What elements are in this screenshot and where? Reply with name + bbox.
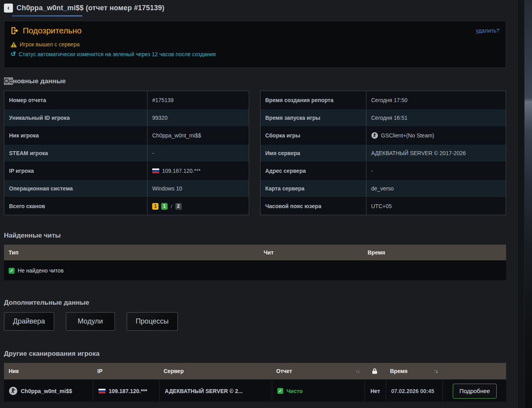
scrollbar[interactable] <box>517 0 525 408</box>
scan-locked: Нет <box>370 388 380 394</box>
selected-text: Ос <box>4 77 13 85</box>
column-header-report[interactable]: Отчет ↑↓ <box>271 368 364 374</box>
table-row: Часовой пояс юзера UTC+05 <box>261 197 506 215</box>
scan-status: Чисто <box>286 388 302 394</box>
other-scans-table: Ник IP Сервер Отчет ↑↓ Время ↑↓ <box>4 363 506 402</box>
scans-table-header: Ник IP Сервер Отчет ↑↓ Время ↑↓ <box>4 363 506 379</box>
row-label: Уникальный ID игрока <box>4 109 148 126</box>
scan-server: АДЕКВАТНЫЙ SERVER © 2... <box>165 388 243 394</box>
row-value: - <box>366 162 506 179</box>
main-content: ‹ Ch0ppa_w0nt_mi$$ (отчет номер #175139)… <box>0 0 517 402</box>
scan-ip: 109.187.120.*** <box>109 388 147 394</box>
scan-actions-cell: Подробнее <box>442 380 506 402</box>
sort-icon-time[interactable]: ↑↓ <box>434 368 437 374</box>
column-header-ip[interactable]: IP <box>93 368 159 374</box>
page-header: ‹ Ch0ppa_w0nt_mi$$ (отчет номер #175139) <box>0 0 517 13</box>
warning-icon <box>11 42 17 48</box>
status-panel: Подозрительно удалить? Игрок вышел с сер… <box>4 21 506 68</box>
table-row: Ник игрока Ch0ppa_w0nt_mi$$ <box>4 126 249 144</box>
cheats-empty-row: ✓ Не найдено читов <box>4 260 506 280</box>
other-scans-heading: Другие сканирования игрока <box>4 350 517 358</box>
page-title: Ch0ppa_w0nt_mi$$ (отчет номер #175139) <box>16 4 164 12</box>
scan-nick-cell: Ch0ppa_w0nt_mi$$ <box>4 380 93 402</box>
game-build-icon <box>371 132 378 139</box>
scan-ip-cell: 109.187.120.*** <box>93 380 159 402</box>
row-value: АДЕКВАТНЫЙ SERVER © 2017-2026 <box>366 145 506 162</box>
row-label: Часовой пояс юзера <box>261 198 366 215</box>
background-image-strip <box>525 0 532 408</box>
russia-flag-icon <box>152 168 159 173</box>
modules-button[interactable]: Модули <box>66 312 115 331</box>
row-label: IP игрока <box>4 162 148 179</box>
scan-row: Ch0ppa_w0nt_mi$$ 109.187.120.*** АДЕКВАТ… <box>4 379 506 402</box>
scan-count-badge-green[interactable]: 1 <box>161 203 168 210</box>
row-value: 109.187.120.*** <box>148 162 249 179</box>
extra-data-buttons: Драйвера Модули Процессы <box>4 312 513 331</box>
column-header-type: Тип <box>4 249 259 256</box>
row-label: Сборка игры <box>261 127 366 144</box>
row-value: - <box>148 145 249 162</box>
row-value: Сегодня 16:51 <box>366 109 506 126</box>
cheats-table: Тип Чит Время ✓ Не найдено читов <box>4 245 506 280</box>
table-row: Номер отчета #175139 <box>4 91 249 109</box>
details-button[interactable]: Подробнее <box>453 384 497 399</box>
row-value: Windows 10 <box>148 180 249 197</box>
row-label: Карта сервера <box>261 180 366 197</box>
table-row: Время создания репорта Сегодня 17:50 <box>261 91 506 109</box>
history-icon: ↺ <box>11 51 16 57</box>
row-value: GSClient+(No Steam) <box>366 127 506 144</box>
scan-time-cell: 07.02.2026 00:45 <box>385 380 442 402</box>
row-label: STEAM игрока <box>4 145 148 162</box>
column-header-server[interactable]: Сервер <box>159 368 271 374</box>
table-row: Всего сканов 1 1 / 2 <box>4 197 249 215</box>
cheats-table-header: Тип Чит Время <box>4 245 506 260</box>
processes-button[interactable]: Процессы <box>127 312 178 331</box>
table-row: STEAM игрока - <box>4 144 249 162</box>
column-header-time[interactable]: Время ↑↓ <box>385 368 442 374</box>
row-value: 1 1 / 2 <box>148 198 249 215</box>
row-label: Операционная система <box>4 180 148 197</box>
row-value: de_verso <box>366 180 506 197</box>
status-title: Подозрительно <box>23 26 82 35</box>
scan-count-badge-gray[interactable]: 2 <box>175 203 182 210</box>
player-info-table: Номер отчета #175139 Уникальный ID игрок… <box>4 91 249 215</box>
row-label: Номер отчета <box>4 91 148 109</box>
column-header-nick[interactable]: Ник <box>4 368 93 374</box>
title-underline <box>12 15 82 16</box>
table-row: Время запуска игры Сегодня 16:51 <box>261 109 506 126</box>
russia-flag-icon <box>98 389 106 393</box>
main-data-tables: Номер отчета #175139 Уникальный ID игрок… <box>4 91 513 215</box>
table-row: Имя сервера АДЕКВАТНЫЙ SERVER © 2017-202… <box>261 144 506 162</box>
back-button[interactable]: ‹ <box>4 4 13 13</box>
session-info-table: Время создания репорта Сегодня 17:50 Вре… <box>260 91 506 215</box>
delete-report-link[interactable]: удалить? <box>476 27 499 34</box>
row-value: UTC+05 <box>366 198 506 215</box>
column-header-time: Время <box>363 249 506 256</box>
check-icon: ✓ <box>9 268 15 274</box>
table-row: Операционная система Windows 10 <box>4 179 249 197</box>
row-value: Сегодня 17:50 <box>366 91 506 109</box>
table-row: Карта сервера de_verso <box>261 179 506 197</box>
check-icon: ✓ <box>277 388 283 394</box>
status-warning-text: Игрок вышел с сервера <box>20 41 80 48</box>
scan-count-badge-yellow[interactable]: 1 <box>152 203 159 210</box>
row-value: 99320 <box>148 109 249 126</box>
column-header-cheat: Чит <box>259 249 363 256</box>
badge-separator: / <box>171 203 172 209</box>
drivers-button[interactable]: Драйвера <box>4 312 54 331</box>
row-label: Время запуска игры <box>261 109 366 126</box>
table-row: Адрес сервера - <box>261 162 506 179</box>
status-info-text: Статус автоматически изменится на зелены… <box>18 51 215 57</box>
main-data-heading: Основные данные <box>4 77 517 85</box>
ip-value: 109.187.120.*** <box>162 168 200 174</box>
sort-icon-report[interactable]: ↑↓ <box>355 368 359 374</box>
column-header-lock[interactable] <box>364 368 385 374</box>
extra-data-heading: Дополнительные данные <box>4 299 517 307</box>
chevron-left-icon: ‹ <box>7 5 9 11</box>
scan-server-cell: АДЕКВАТНЫЙ SERVER © 2... <box>159 380 271 402</box>
row-label: Имя сервера <box>261 145 366 162</box>
status-info-line: ↺ Статус автоматически изменится на зеле… <box>11 51 499 57</box>
row-label: Адрес сервера <box>261 162 366 179</box>
row-label: Всего сканов <box>4 198 148 215</box>
scan-time: 07.02.2026 00:45 <box>391 388 434 394</box>
